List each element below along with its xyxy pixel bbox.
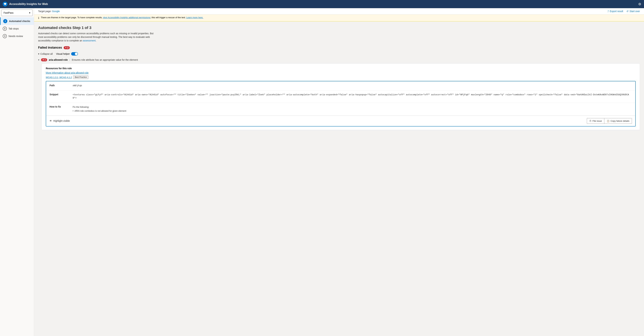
step-description: Automated checks can detect some common … <box>38 32 157 43</box>
export-result-button[interactable]: ⤴ Export result <box>608 10 623 13</box>
rule-name: aria-allowed-role <box>49 59 68 61</box>
how-to-fix-value: Fix the following: • ARIA role combobox … <box>73 105 632 113</box>
target-page-info: Target page: Google <box>38 10 60 13</box>
nav-number-1: 1 <box>3 19 7 23</box>
main-content-area: Target page: Google ⤴ Export result ↺ St… <box>34 8 644 336</box>
failed-instances-header: Failed instances ✕ 2 <box>38 46 640 49</box>
snippet-value: <textarea class="gLFyf" aria-controls="A… <box>73 93 632 100</box>
fastpass-label: FastPass <box>4 12 14 14</box>
app-title: Accessibility Insights for Web <box>9 3 48 6</box>
nav-label-tab-stops: Tab stops <box>8 27 19 30</box>
file-issue-icon: 🗒 <box>589 120 592 122</box>
app-header: Accessibility Insights for Web ⚙ <box>0 0 644 8</box>
visual-helper-toggle: Visual helper <box>56 52 78 56</box>
controls-bar: ▾ Collapse all Visual helper <box>38 52 640 56</box>
topbar-actions: ⤴ Export result ↺ Start over <box>608 10 640 13</box>
permissions-link[interactable]: give Accessibility Insights additional p… <box>103 16 150 19</box>
sidebar-item-needs-review[interactable]: 3 Needs review <box>0 32 34 40</box>
nav-label-needs-review: Needs review <box>8 35 23 38</box>
instance-how-to-fix-row: How to fix Fix the following: • ARIA rol… <box>46 103 635 116</box>
chevron-down-icon: ▾ <box>29 12 30 14</box>
instance-path-row: Path #APjFqb <box>46 81 635 90</box>
failed-instances-title: Failed instances <box>38 46 62 49</box>
highlight-label: Highlight visible <box>53 119 70 122</box>
eye-icon: 👁 <box>50 119 52 122</box>
nav-number-3: 3 <box>3 34 7 38</box>
more-info-link[interactable]: More information about aria-allowed-role <box>46 71 636 74</box>
snippet-label: Snippet <box>50 93 70 100</box>
rule-detail-card: Resources for this rule More information… <box>42 63 640 130</box>
path-value: #APjFqb <box>73 84 632 87</box>
how-to-fix-label: How to fix <box>50 105 70 113</box>
topbar: Target page: Google ⤴ Export result ↺ St… <box>34 8 644 15</box>
copy-icon: 📋 <box>607 120 610 122</box>
highlight-actions: 🗒 File issue 📋 Copy failure details <box>587 118 632 124</box>
path-label: Path <box>50 84 70 87</box>
target-page-link[interactable]: Google <box>52 10 60 13</box>
rule-fail-badge: ✕ 1 <box>41 58 47 61</box>
warning-text: There are iframes in the target page. To… <box>41 16 203 19</box>
rule-row-aria-allowed-role[interactable]: ▾ ✕ 1 aria-allowed-role : Ensures role a… <box>38 58 640 61</box>
rule-description: Ensures role attribute has an appropriat… <box>72 59 138 61</box>
wcag-link[interactable]: WCAG 1.3.1, WCAG 4.1.2 <box>46 76 72 79</box>
collapse-all-button[interactable]: ▾ Collapse all <box>38 53 52 55</box>
chevron-down-icon: ▾ <box>38 53 39 55</box>
heart-icon <box>3 2 8 7</box>
highlight-row: 👁 Highlight visible 🗒 File issue 📋 Copy … <box>46 116 635 126</box>
start-over-button[interactable]: ↺ Start over <box>626 10 640 13</box>
wcag-tags: WCAG 1.3.1, WCAG 4.1.2 Best Practice <box>46 76 636 79</box>
assessment-link[interactable]: assessment <box>83 39 96 42</box>
instance-snippet-row: Snippet <textarea class="gLFyf" aria-con… <box>46 90 635 103</box>
sidebar-item-tab-stops[interactable]: 2 Tab stops <box>0 25 34 32</box>
chevron-down-icon: ▾ <box>38 59 39 61</box>
failed-count-badge: ✕ 2 <box>64 46 70 49</box>
learn-more-link[interactable]: Learn more here. <box>186 16 204 19</box>
content-area: Automated checks Step 1 of 3 Automated c… <box>34 22 644 336</box>
step-title: Automated checks Step 1 of 3 <box>38 26 640 30</box>
nav-number-2: 2 <box>3 27 7 31</box>
app-logo: Accessibility Insights for Web <box>3 2 48 7</box>
gear-icon[interactable]: ⚙ <box>638 2 641 6</box>
body-layout: FastPass ▾ 1 Automated checks 2 Tab stop… <box>0 8 644 336</box>
info-icon: ℹ <box>38 16 39 20</box>
best-practice-tag: Best Practice <box>73 76 88 79</box>
export-icon: ⤴ <box>608 10 609 13</box>
resources-title: Resources for this rule <box>46 67 636 70</box>
refresh-icon: ↺ <box>626 10 628 13</box>
highlight-left: 👁 Highlight visible <box>50 119 70 122</box>
sidebar: FastPass ▾ 1 Automated checks 2 Tab stop… <box>0 8 34 336</box>
copy-failure-button[interactable]: 📋 Copy failure details <box>604 118 632 124</box>
nav-label-automated-checks: Automated checks <box>9 20 30 23</box>
sidebar-item-automated-checks[interactable]: 1 Automated checks <box>0 17 34 25</box>
how-to-fix-bullet: • ARIA role combobox is not allowed for … <box>73 109 632 113</box>
fastpass-selector[interactable]: FastPass ▾ <box>1 10 32 16</box>
file-issue-button[interactable]: 🗒 File issue <box>587 118 604 124</box>
visual-helper-switch[interactable] <box>71 52 78 56</box>
instance-card: Path #APjFqb Snippet <textarea class="gL… <box>46 81 636 126</box>
warning-banner: ℹ There are iframes in the target page. … <box>34 15 644 22</box>
